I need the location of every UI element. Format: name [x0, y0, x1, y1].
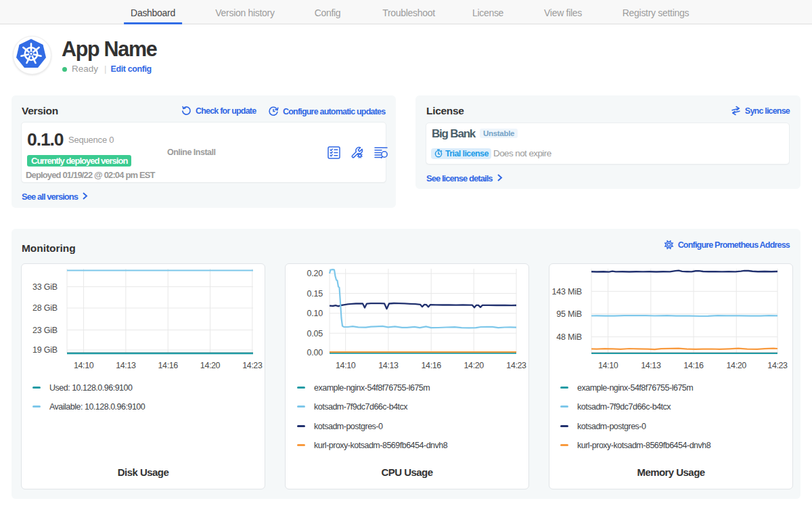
- svg-text:14:16: 14:16: [422, 361, 442, 370]
- svg-text:0.10: 0.10: [307, 309, 323, 318]
- svg-text:23 GiB: 23 GiB: [32, 326, 58, 335]
- svg-text:0.00: 0.00: [307, 348, 323, 357]
- svg-text:14:20: 14:20: [464, 361, 484, 370]
- svg-text:48 MiB: 48 MiB: [556, 332, 582, 342]
- svg-text:14:13: 14:13: [378, 361, 399, 370]
- svg-text:143 MiB: 143 MiB: [552, 287, 582, 297]
- svg-text:14:23: 14:23: [767, 361, 788, 370]
- svg-text:0.05: 0.05: [307, 329, 323, 338]
- svg-text:14:16: 14:16: [683, 361, 704, 370]
- svg-text:14:23: 14:23: [506, 361, 526, 370]
- svg-text:14:13: 14:13: [116, 361, 136, 370]
- svg-text:14:23: 14:23: [242, 361, 263, 370]
- svg-text:14:20: 14:20: [200, 361, 221, 370]
- svg-text:14:20: 14:20: [727, 361, 747, 370]
- svg-text:14:16: 14:16: [158, 361, 179, 370]
- svg-text:19 GiB: 19 GiB: [32, 345, 58, 355]
- svg-text:14:10: 14:10: [598, 361, 618, 370]
- svg-text:33 GiB: 33 GiB: [32, 282, 58, 292]
- svg-text:14:10: 14:10: [74, 361, 94, 370]
- svg-text:14:13: 14:13: [641, 361, 661, 370]
- svg-text:28 GiB: 28 GiB: [32, 303, 58, 313]
- svg-text:0.20: 0.20: [307, 269, 323, 278]
- svg-text:95 MiB: 95 MiB: [556, 309, 582, 319]
- svg-text:14:10: 14:10: [336, 361, 356, 370]
- svg-text:0.15: 0.15: [307, 289, 323, 299]
